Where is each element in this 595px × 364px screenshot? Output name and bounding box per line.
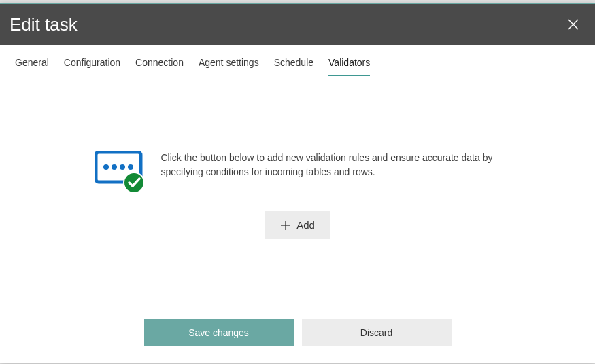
svg-point-7 (124, 172, 144, 193)
tab-configuration[interactable]: Configuration (64, 57, 120, 76)
tab-connection[interactable]: Connection (135, 57, 184, 76)
empty-state: Click the button below to add new valida… (95, 151, 501, 195)
add-validator-button[interactable]: Add (265, 211, 330, 239)
svg-point-3 (103, 164, 109, 170)
tab-general[interactable]: General (15, 57, 49, 76)
validators-content: Click the button below to add new valida… (0, 76, 595, 307)
close-button[interactable] (564, 15, 583, 34)
plus-icon (280, 220, 291, 231)
svg-point-4 (112, 164, 117, 170)
modal-footer: Save changes Discard (0, 307, 595, 363)
validation-icon (95, 151, 149, 195)
tab-agent-settings[interactable]: Agent settings (199, 57, 259, 76)
svg-point-6 (128, 164, 133, 170)
tab-schedule[interactable]: Schedule (274, 57, 313, 76)
tab-validators[interactable]: Validators (328, 57, 370, 76)
tab-bar: General Configuration Connection Agent s… (0, 45, 595, 76)
close-icon (568, 19, 579, 30)
discard-button[interactable]: Discard (302, 319, 452, 346)
svg-point-5 (120, 164, 125, 170)
empty-state-message: Click the button below to add new valida… (161, 151, 501, 179)
save-button[interactable]: Save changes (144, 319, 294, 346)
add-button-label: Add (296, 219, 315, 231)
edit-task-modal: Edit task General Configuration Connecti… (0, 3, 595, 363)
modal-header: Edit task (0, 4, 595, 45)
modal-title: Edit task (10, 14, 78, 35)
